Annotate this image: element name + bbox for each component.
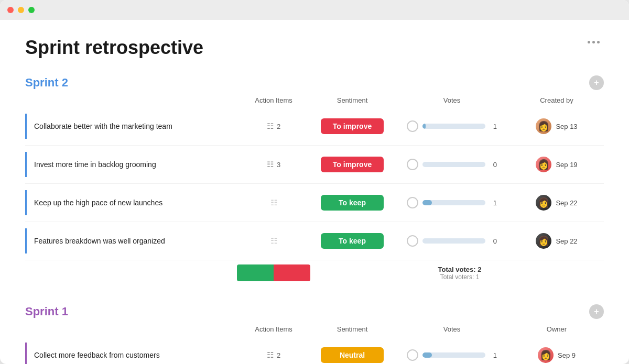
votes-cell: 1 [394, 349, 509, 361]
more-options-button[interactable] [583, 37, 604, 48]
vote-circle[interactable] [407, 197, 418, 208]
sprint1-add-button[interactable]: + [589, 304, 604, 319]
table-row: Collect more feedback from customers ☷ 2… [25, 336, 604, 364]
row-border [25, 343, 27, 364]
vote-circle[interactable] [407, 159, 418, 170]
row-text: Invest more time in backlog grooming [34, 160, 156, 169]
created-cell: 👩 Sep 22 [509, 233, 604, 249]
avatar: 👩 [536, 157, 551, 172]
summary-bars-col [237, 264, 310, 281]
more-dot-2 [592, 41, 595, 43]
summary-bars [237, 264, 310, 281]
action-items-icon: ☷ [270, 236, 277, 246]
col-created-by-header: Created by [509, 96, 604, 104]
action-count: 3 [277, 161, 280, 169]
sentiment-badge[interactable]: To keep [321, 233, 384, 249]
sentiment-cell[interactable]: To keep [310, 233, 394, 249]
sprint2-title: Sprint 2 [25, 76, 68, 90]
sentiment-badge[interactable]: To improve [321, 118, 384, 134]
sprint2-summary-row: Total votes: 2 Total voters: 1 [25, 260, 604, 285]
more-dot-3 [597, 41, 600, 43]
vote-count: 0 [490, 161, 497, 169]
sentiment-cell[interactable]: To improve [310, 157, 394, 172]
action-items-icon: ☷ [270, 198, 277, 207]
action-items-cell: ☷ [237, 236, 310, 246]
vote-circle[interactable] [407, 120, 418, 132]
avatar: 👩 [536, 195, 551, 211]
table-row: Features breakdown was well organized ☷ … [25, 222, 604, 260]
row-label-cell: Invest more time in backlog grooming [25, 146, 237, 183]
avatar: 👩 [536, 233, 551, 249]
row-label-cell: Collaborate better with the marketing te… [25, 107, 237, 145]
vote-circle[interactable] [407, 235, 418, 247]
row-border [25, 190, 27, 215]
row-text: Collaborate better with the marketing te… [34, 122, 172, 130]
sentiment-cell[interactable]: Neutral [310, 347, 394, 363]
vote-count: 1 [490, 123, 497, 130]
vote-bar-fill [422, 352, 432, 358]
action-items-cell: ☷ 2 [237, 122, 310, 131]
created-date: Sep 13 [556, 123, 577, 130]
sprint2-add-button[interactable]: + [589, 75, 604, 90]
col-action-items-header: Action Items [237, 96, 310, 104]
sentiment-badge[interactable]: To keep [321, 195, 384, 211]
created-cell: 👩 Sep 22 [509, 195, 604, 211]
table-row: Collaborate better with the marketing te… [25, 107, 604, 146]
action-items-icon: ☷ [267, 160, 274, 169]
votes-cell: 0 [394, 159, 509, 170]
sentiment-badge[interactable]: Neutral [321, 347, 384, 363]
row-label-cell: Features breakdown was well organized [25, 222, 237, 260]
col-sentiment-header: Sentiment [310, 96, 394, 104]
page-title: Sprint retrospective [25, 37, 203, 59]
avatar-img: 👩 [536, 157, 551, 172]
sprint1-table-body: Collect more feedback from customers ☷ 2… [25, 336, 604, 364]
sentiment-cell[interactable]: To keep [310, 195, 394, 211]
created-cell: 👩 Sep 19 [509, 157, 604, 172]
sprint2-header: Sprint 2 + [25, 75, 604, 90]
sprint1-table-header: Action Items Sentiment Votes Owner [25, 325, 604, 336]
summary-bar-green [237, 264, 274, 281]
col-label-header [34, 96, 237, 104]
vote-count: 1 [490, 351, 497, 359]
sprint2-section: Sprint 2 + Action Items Sentiment Votes … [25, 75, 604, 285]
vote-count: 0 [490, 237, 497, 245]
sentiment-cell[interactable]: To improve [310, 118, 394, 134]
owner-cell: 👩 Sep 9 [509, 347, 604, 363]
sentiment-badge[interactable]: To improve [321, 157, 384, 172]
action-items-cell: ☷ 2 [237, 350, 310, 360]
vote-bar-bg [422, 238, 485, 244]
table-row: Invest more time in backlog grooming ☷ 3… [25, 146, 604, 184]
vote-count: 1 [490, 199, 497, 207]
close-dot[interactable] [7, 7, 14, 13]
action-count: 2 [277, 123, 280, 130]
action-items-cell: ☷ [237, 198, 310, 207]
created-date: Sep 22 [556, 199, 577, 207]
row-label-cell: Keep up the high pace of new launches [25, 184, 237, 222]
total-votes-text: Total votes: 2 [438, 266, 482, 273]
avatar-img: 👩 [536, 118, 551, 134]
avatar: 👩 [538, 347, 554, 363]
maximize-dot[interactable] [28, 7, 35, 13]
col-votes-header: Votes [394, 96, 509, 104]
col-votes-header: Votes [394, 325, 509, 333]
vote-bar-bg [422, 124, 485, 129]
table-row: Keep up the high pace of new launches ☷ … [25, 184, 604, 222]
created-cell: 👩 Sep 13 [509, 118, 604, 134]
sprint1-title: Sprint 1 [25, 305, 68, 318]
vote-bar-fill [422, 200, 432, 205]
sprint2-table-header: Action Items Sentiment Votes Created by [25, 96, 604, 107]
vote-circle[interactable] [407, 349, 418, 361]
row-text: Collect more feedback from customers [34, 351, 160, 359]
action-items-icon: ☷ [267, 122, 274, 131]
col-owner-header: Owner [509, 325, 604, 333]
col-action-items-header: Action Items [237, 325, 310, 333]
app-window: Sprint retrospective Sprint 2 + Action I… [0, 0, 629, 364]
sprint2-table-body: Collaborate better with the marketing te… [25, 107, 604, 285]
vote-bar-bg [422, 200, 485, 205]
row-border [25, 152, 27, 177]
sprint2-summary-votes: Total votes: 2 Total voters: 1 [410, 266, 509, 281]
avatar-img: 👩 [536, 233, 551, 249]
minimize-dot[interactable] [18, 7, 24, 13]
summary-bar-red [274, 264, 310, 281]
action-items-icon: ☷ [267, 350, 274, 360]
